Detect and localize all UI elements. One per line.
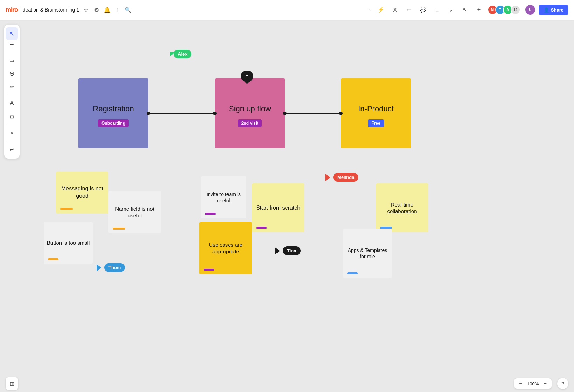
alex-cursor-arrow <box>168 50 174 56</box>
sticky-registration-tag: Onboarding <box>98 119 129 127</box>
cursor-tina: Tina <box>275 246 301 255</box>
bottom-bar: ⊞ − 100% + ? <box>0 375 574 392</box>
sticky-apps-templates[interactable]: Apps & Templates for role <box>343 229 392 278</box>
sticky-apps-bar <box>347 272 358 274</box>
toolbar-divider-2 <box>7 125 17 125</box>
cursor-melinda: Melinda <box>326 173 358 182</box>
zoom-in-button[interactable]: + <box>541 380 549 387</box>
sidebar-toggle[interactable]: ⊞ <box>6 377 18 390</box>
sticky-messaging[interactable]: Messaging is not good <box>56 172 108 214</box>
notifications-icon[interactable]: 🔔 <box>102 5 112 15</box>
thom-label: Thom <box>104 263 125 272</box>
star-icon[interactable]: ☆ <box>81 5 91 15</box>
sticky-invite[interactable]: Invite to team is useful <box>201 176 246 218</box>
lightning-icon[interactable]: ⚡ <box>376 4 387 15</box>
share-upload-icon[interactable]: ↑ <box>113 5 122 15</box>
help-button[interactable]: ? <box>557 378 568 389</box>
sticky-button-text: Button is too small <box>44 237 93 249</box>
current-user-avatar[interactable]: U <box>525 4 536 15</box>
avatar-group: M T A 12 <box>488 5 520 15</box>
comments-icon[interactable]: 💬 <box>418 4 429 15</box>
cursor-thom: Thom <box>97 263 125 272</box>
left-toolbar: ↖ T ▭ ⊕ ✏ A ⊞ » ↩ <box>4 24 20 159</box>
toolbar-divider-1 <box>7 95 17 95</box>
screen-share-icon[interactable]: ▭ <box>404 4 415 15</box>
sticky-registration[interactable]: Registration Onboarding <box>78 78 148 148</box>
zoom-out-button[interactable]: − <box>517 380 524 387</box>
sticky-start-scratch[interactable]: Start from scratch <box>252 183 304 232</box>
sticky-signup[interactable]: Sign up flow 2nd visit <box>215 78 285 148</box>
sticky-tool[interactable]: ▭ <box>6 54 18 66</box>
zoom-level[interactable]: 100% <box>526 381 540 386</box>
share-button[interactable]: 👤 Share <box>539 5 568 15</box>
canvas[interactable]: Registration Onboarding Sign up flow 2nd… <box>0 20 574 392</box>
select-tool[interactable]: ↖ <box>6 27 18 40</box>
board-title: Ideation & Brainstorming 1 <box>21 7 79 13</box>
sticky-inproduct[interactable]: In-Product Free <box>341 78 411 148</box>
thom-cursor-arrow <box>97 264 102 271</box>
more-options-icon[interactable]: ⌄ <box>446 4 457 15</box>
chat-bubble-signup[interactable]: = <box>241 71 253 81</box>
notes-icon[interactable]: ≡ <box>432 4 443 15</box>
cursor-mode-icon[interactable]: ↖ <box>460 4 471 15</box>
timer-icon[interactable]: ◎ <box>390 4 401 15</box>
sticky-apps-text: Apps & Templates for role <box>343 244 392 262</box>
sticky-inproduct-tag: Free <box>368 119 384 127</box>
tina-cursor-arrow <box>275 247 280 254</box>
sticky-signup-tag: 2nd visit <box>238 119 262 127</box>
text-tool[interactable]: T <box>6 41 18 53</box>
pen-tool[interactable]: ✏ <box>6 80 18 93</box>
search-icon[interactable]: 🔍 <box>123 5 133 15</box>
settings-icon[interactable]: ⚙ <box>92 5 102 15</box>
sticky-messaging-bar <box>60 208 73 210</box>
link-tool[interactable]: ⊕ <box>6 67 18 80</box>
sticky-scratch-text: Start from scratch <box>253 202 303 215</box>
sticky-usecases-text: Use cases are appropriate <box>200 239 252 258</box>
sticky-namefield-bar <box>113 227 125 230</box>
sticky-use-cases[interactable]: Use cases are appropriate <box>200 222 252 274</box>
more-tools[interactable]: » <box>6 127 18 139</box>
sticky-namefield-text: Name field is not useful <box>108 203 161 222</box>
sticky-signup-text: Sign up flow <box>225 100 275 118</box>
toolbar-divider-3 <box>7 141 17 141</box>
text-style-tool[interactable]: A <box>6 97 18 110</box>
sticky-button-small[interactable]: Button is too small <box>44 222 93 264</box>
avatar-count[interactable]: 12 <box>511 5 520 15</box>
sticky-inproduct-text: In-Product <box>354 100 398 118</box>
sticky-invite-bar <box>205 213 216 215</box>
sticky-namefield[interactable]: Name field is not useful <box>108 191 161 233</box>
sticky-registration-text: Registration <box>89 100 138 118</box>
zoom-controls: − 100% + <box>514 378 552 389</box>
tina-label: Tina <box>283 246 301 255</box>
alex-label: Alex <box>174 50 191 58</box>
sticky-invite-text: Invite to team is useful <box>201 188 246 206</box>
sticky-realtime-text: Real-time collaboration <box>376 198 428 218</box>
miro-logo: miro <box>6 6 18 14</box>
cursor-alex: Alex <box>167 50 191 58</box>
melinda-label: Melinda <box>333 173 358 182</box>
magic-icon[interactable]: ✦ <box>474 4 485 15</box>
undo-button[interactable]: ↩ <box>6 143 18 156</box>
melinda-cursor-arrow <box>326 174 330 181</box>
chat-icon: = <box>246 74 248 79</box>
sticky-button-bar <box>48 258 58 260</box>
frame-tool[interactable]: ⊞ <box>6 110 18 123</box>
nav-back[interactable]: ‹ <box>367 6 373 14</box>
sticky-usecases-bar <box>204 269 214 271</box>
sticky-scratch-bar <box>256 227 267 229</box>
sticky-messaging-text: Messaging is not good <box>56 181 108 204</box>
sticky-realtime[interactable]: Real-time collaboration <box>376 183 428 232</box>
